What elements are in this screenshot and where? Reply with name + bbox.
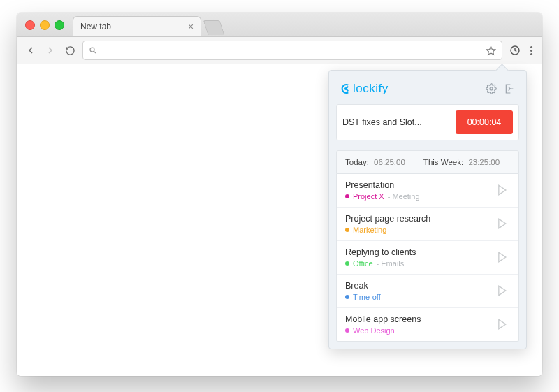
close-tab-button[interactable]: × [188,22,194,31]
svg-point-0 [90,48,94,52]
today-label: Today: [345,158,369,166]
bookmark-star-icon[interactable] [486,45,496,56]
clockify-brand-text: lockify [353,82,389,96]
browser-tab[interactable]: New tab × [73,16,201,36]
play-icon [495,217,509,231]
current-entry-description[interactable]: DST fixes and Slot... [342,117,450,127]
entry-project: Office [353,259,373,268]
entry-task: Meeting [388,192,420,201]
entry-title: Break [345,281,495,291]
address-bar[interactable] [82,41,502,60]
recent-entries-list: PresentationProject XMeetingProject page… [336,174,519,342]
entry-project: Web Design [353,326,395,335]
start-entry-button[interactable] [495,183,510,198]
current-timer-row: DST fixes and Slot... 00:00:04 [336,104,519,140]
today-value: 06:25:00 [374,158,405,166]
svg-line-5 [347,87,349,89]
svg-marker-14 [499,319,506,328]
clockify-popup: lockify DST fixes and Slot... 00:00:04 [328,70,527,349]
svg-marker-13 [499,286,506,295]
time-entry[interactable]: BreakTime-off [337,274,518,307]
browser-menu-button[interactable] [528,46,535,55]
clockify-extension-icon[interactable] [508,43,522,57]
time-entry[interactable]: Replying to clientsOfficeEmails [337,240,518,274]
reload-button[interactable] [63,43,77,57]
week-label: This Week: [423,158,463,166]
gear-icon [486,83,497,94]
window-controls [25,20,64,30]
play-icon [495,284,509,298]
start-entry-button[interactable] [495,250,510,266]
play-icon [495,250,509,264]
svg-marker-10 [499,185,506,194]
settings-button[interactable] [486,83,497,94]
play-icon [495,317,509,331]
entry-project: Project X [353,192,384,201]
svg-marker-12 [499,252,506,261]
logout-icon [504,83,515,94]
minimize-window-button[interactable] [40,20,50,30]
svg-marker-11 [499,219,506,228]
week-value: 23:25:00 [468,158,500,166]
start-entry-button[interactable] [495,317,510,333]
svg-line-6 [347,89,349,92]
maximize-window-button[interactable] [55,20,64,30]
start-entry-button[interactable] [495,284,510,299]
time-entry[interactable]: Mobile app screensWeb Design [337,307,518,341]
entry-title: Replying to clients [345,247,495,257]
back-button[interactable] [24,43,38,57]
close-window-button[interactable] [25,20,35,30]
entry-title: Mobile app screens [345,314,495,324]
entry-project: Time-off [353,293,381,301]
stop-timer-button[interactable]: 00:00:04 [456,110,513,134]
project-color-dot [345,194,349,198]
forward-button[interactable] [43,43,57,57]
title-bar: New tab × [17,13,542,37]
project-color-dot [345,261,349,266]
clockify-logo: lockify [340,82,389,96]
browser-window: New tab × [17,13,542,376]
project-color-dot [345,295,349,299]
new-tab-button[interactable] [203,20,225,35]
svg-marker-2 [486,46,495,55]
page-content: lockify DST fixes and Slot... 00:00:04 [17,64,542,376]
time-entry[interactable]: Project page researchMarketing [337,207,518,240]
entry-project: Marketing [353,226,386,234]
entry-task: Emails [377,259,405,268]
svg-point-7 [490,87,493,90]
time-entry[interactable]: PresentationProject XMeeting [337,174,518,207]
start-entry-button[interactable] [495,217,510,232]
project-color-dot [345,228,349,232]
search-icon [89,46,97,55]
time-summary-bar: Today: 06:25:00 This Week: 23:25:00 [336,150,519,174]
browser-toolbar [17,37,542,64]
svg-line-1 [94,52,96,54]
entry-title: Presentation [345,180,495,190]
url-input[interactable] [103,45,480,56]
entry-title: Project page research [345,214,495,224]
logout-button[interactable] [504,83,515,94]
clockify-logo-icon [340,83,351,94]
play-icon [495,183,509,197]
project-color-dot [345,328,349,333]
tab-title: New tab [80,22,111,31]
